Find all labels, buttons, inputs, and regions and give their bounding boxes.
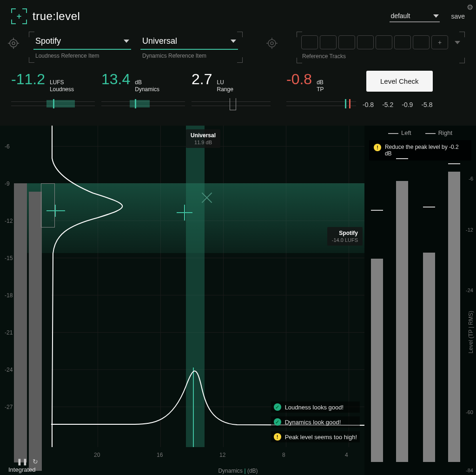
range-meter: 2.7 LURange	[192, 71, 271, 106]
save-button[interactable]: save	[451, 13, 465, 20]
histogram-bar	[14, 183, 27, 462]
channel-right-label: Right	[425, 129, 452, 136]
reference-marker-icon	[200, 191, 214, 205]
loudness-value: -11.2	[11, 71, 45, 88]
target-crosshair	[177, 205, 192, 221]
reference-row: Spotify Loudness Reference Item Universa…	[0, 28, 476, 64]
tp-history-value: -5.8	[421, 101, 432, 108]
add-reference-track[interactable]: +	[431, 35, 448, 49]
warning-icon: !	[374, 144, 381, 151]
tp-label: TP	[317, 86, 324, 93]
level-tick: -6	[469, 176, 473, 181]
svg-point-1	[12, 42, 15, 45]
status-item: ✓Dynamics look good!	[271, 416, 360, 428]
range-label: Range	[217, 86, 233, 93]
reference-value: -14.0 LUFS	[332, 237, 358, 243]
tp-unit: dB	[317, 79, 324, 86]
loudness-slider[interactable]	[11, 101, 95, 106]
level-tip: ! Reduce the peak level by -0.2 dB	[369, 140, 471, 161]
reference-track-slot[interactable]	[376, 35, 392, 49]
reference-track-slot[interactable]	[394, 35, 411, 49]
meters-row: -11.2 LUFSLoudness 13.4 dBDynamics 2.7 L…	[0, 64, 476, 108]
status-item: ✓Loudness looks good!	[271, 401, 360, 413]
dynamics-reference-label: Dynamics Reference Item	[140, 53, 238, 59]
reference-tracks-label: Reference Tracks	[301, 53, 460, 60]
tp-slider[interactable]	[286, 101, 356, 106]
reference-track-slot[interactable]	[320, 35, 337, 49]
reference-track-slot[interactable]	[413, 35, 430, 49]
loudness-label: Loudness	[50, 86, 74, 93]
y-tick: -21	[5, 329, 13, 336]
status-text: Loudness looks good!	[285, 404, 344, 411]
dynamics-marker	[193, 368, 194, 447]
main-chart[interactable]: -6 -9 -12 -15 -18 -21 -24 -27 Loudness (…	[0, 126, 476, 475]
level-tick: -60	[466, 409, 473, 415]
dynamics-target-zone	[186, 126, 205, 447]
reference-name: Spotify	[332, 230, 358, 236]
y-tick: -27	[5, 404, 13, 410]
y-tick: -15	[5, 255, 13, 261]
target-icon[interactable]	[7, 36, 20, 50]
loudness-unit: LUFS	[50, 79, 64, 86]
loudness-reference-select[interactable]: Spotify	[33, 35, 131, 50]
svg-point-7	[271, 42, 273, 45]
dynamics-meter: 13.4 dBDynamics	[101, 71, 185, 106]
reference-track-slot[interactable]	[338, 35, 355, 49]
right-tp-bar	[448, 172, 460, 462]
reference-label-universal: Universal 11.9 dB	[186, 129, 220, 148]
status-text: Peak level seems too high!	[285, 434, 357, 441]
refresh-icon[interactable]: ↻	[33, 458, 38, 465]
chart-grid: Universal 11.9 dB Spotify -14.0 LUFS	[51, 126, 364, 447]
level-meters	[371, 163, 460, 462]
loudness-reference-label: Loudness Reference Item	[33, 53, 131, 59]
y-tick: -18	[5, 292, 13, 299]
settings-gear-icon[interactable]: ⚙	[467, 3, 473, 12]
y-tick: -6	[5, 143, 10, 150]
reference-track-slot[interactable]	[357, 35, 374, 49]
tp-history-value: -5.2	[382, 101, 393, 108]
pause-icon[interactable]: ❚❚	[17, 458, 28, 465]
reference-value: 11.9 dB	[191, 140, 216, 145]
y-tick: -9	[5, 181, 10, 187]
integration-mode[interactable]: Integrated	[8, 466, 36, 473]
svg-point-6	[268, 40, 276, 47]
target-icon[interactable]	[265, 36, 279, 50]
chevron-down-icon	[433, 14, 439, 18]
dynamics-label: Dynamics	[135, 86, 159, 93]
tp-history-value: -0.9	[402, 101, 413, 108]
level-tick: -12	[466, 227, 473, 233]
y-tick: -12	[5, 218, 13, 224]
channel-left-label: Left	[388, 129, 411, 136]
tp-meter: -0.8 dBTP	[286, 71, 356, 106]
range-slider[interactable]	[192, 101, 271, 106]
loudness-meter: -11.2 LUFSLoudness	[11, 71, 95, 106]
tp-history: -0.8 -5.2 -0.9 -5.8	[363, 92, 433, 108]
current-loudness-crosshair	[46, 204, 65, 218]
dynamics-reference-select[interactable]: Universal	[140, 35, 238, 50]
chevron-down-icon[interactable]	[455, 41, 460, 44]
tip-text: Reduce the peak level by -0.2 dB	[385, 144, 467, 157]
level-panel: Left Right ! Reduce the peak level by -0…	[364, 126, 476, 475]
reference-track-slot[interactable]	[301, 35, 318, 49]
left-tp-bar	[396, 181, 408, 462]
reference-label-spotify: Spotify -14.0 LUFS	[327, 227, 363, 246]
footer: ❚❚ ↻ Integrated	[0, 448, 476, 475]
app-title: true:level	[33, 10, 80, 23]
status-messages: ✓Loudness looks good! ✓Dynamics look goo…	[271, 401, 360, 442]
tp-history-value: -0.8	[363, 101, 374, 108]
right-rms-bar	[423, 253, 435, 462]
level-tick: -24	[466, 288, 473, 293]
range-unit: LU	[217, 79, 224, 86]
preset-name: default	[390, 12, 410, 20]
status-item: !Peak level seems too high!	[271, 431, 360, 442]
status-text: Dynamics look good!	[285, 419, 341, 426]
chevron-down-icon	[124, 40, 129, 43]
check-icon: ✓	[274, 418, 281, 426]
reference-tracks: +	[301, 35, 460, 49]
dynamics-unit: dB	[135, 79, 142, 86]
app-logo-icon: +	[11, 8, 27, 24]
dynamics-value: 13.4	[101, 71, 130, 88]
level-check-button[interactable]: Level Check	[366, 71, 433, 92]
preset-select[interactable]: default	[390, 10, 440, 22]
dynamics-slider[interactable]	[101, 101, 185, 106]
